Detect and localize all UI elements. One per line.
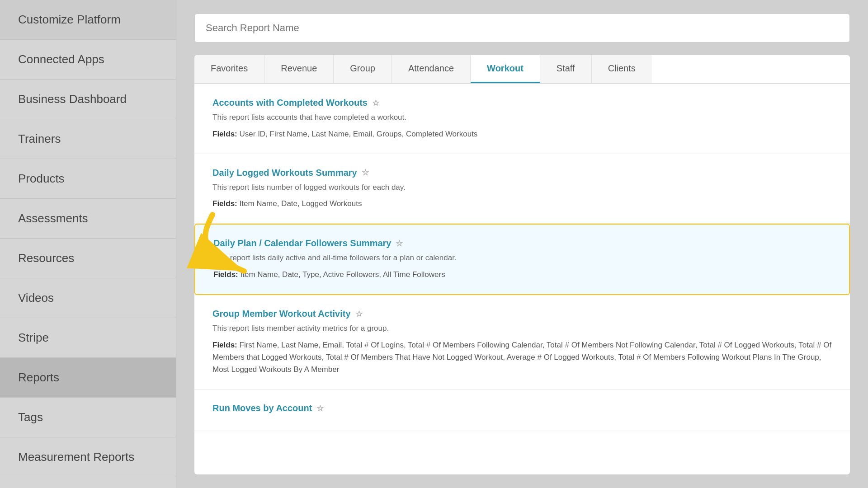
sidebar-item-videos[interactable]: Videos [0, 278, 176, 318]
sidebar-item-stripe[interactable]: Stripe [0, 318, 176, 358]
tab-clients[interactable]: Clients [592, 55, 652, 83]
report-desc-1: This report lists number of logged worko… [212, 182, 832, 193]
tabs-bar: FavoritesRevenueGroupAttendanceWorkoutSt… [194, 55, 850, 84]
report-item-4[interactable]: Run Moves by Account☆ [194, 389, 850, 431]
reports-list: Accounts with Completed Workouts☆This re… [194, 84, 850, 474]
report-title-1: Daily Logged Workouts Summary☆ [212, 168, 832, 178]
sidebar-item-assessments[interactable]: Assessments [0, 199, 176, 239]
sidebar-item-reports[interactable]: Reports [0, 358, 176, 398]
sidebar-item-measurement-reports[interactable]: Measurement Reports [0, 437, 176, 477]
report-title-text-1: Daily Logged Workouts Summary [212, 168, 357, 178]
star-icon-3[interactable]: ☆ [355, 309, 363, 319]
tab-favorites[interactable]: Favorites [194, 55, 264, 83]
report-title-text-4: Run Moves by Account [212, 403, 312, 413]
sidebar-item-products[interactable]: Products [0, 159, 176, 199]
report-title-4: Run Moves by Account☆ [212, 403, 832, 413]
report-desc-3: This report lists member activity metric… [212, 323, 832, 334]
tab-staff[interactable]: Staff [540, 55, 592, 83]
tab-revenue[interactable]: Revenue [264, 55, 334, 83]
sidebar-item-resources[interactable]: Resources [0, 239, 176, 278]
sidebar: Customize PlatformConnected AppsBusiness… [0, 0, 176, 488]
tab-group[interactable]: Group [334, 55, 392, 83]
search-input[interactable] [194, 14, 850, 42]
report-item-3[interactable]: Group Member Workout Activity☆This repor… [194, 295, 850, 389]
star-icon-1[interactable]: ☆ [362, 168, 369, 178]
star-icon-4[interactable]: ☆ [316, 404, 324, 413]
report-item-1[interactable]: Daily Logged Workouts Summary☆This repor… [194, 154, 850, 224]
sidebar-item-business-dashboard[interactable]: Business Dashboard [0, 80, 176, 119]
report-item-2[interactable]: Daily Plan / Calendar Followers Summary☆… [194, 224, 850, 295]
star-icon-2[interactable]: ☆ [396, 239, 403, 249]
report-fields-0: Fields: User ID, First Name, Last Name, … [212, 128, 832, 140]
sidebar-item-connected-apps[interactable]: Connected Apps [0, 40, 176, 80]
report-title-text-0: Accounts with Completed Workouts [212, 98, 368, 108]
report-item-0[interactable]: Accounts with Completed Workouts☆This re… [194, 84, 850, 154]
report-title-text-2: Daily Plan / Calendar Followers Summary [213, 238, 391, 249]
report-fields-3: Fields: First Name, Last Name, Email, To… [212, 339, 832, 376]
sidebar-item-links[interactable]: Links [0, 477, 176, 488]
sidebar-item-customize-platform[interactable]: Customize Platform [0, 0, 176, 40]
report-title-2: Daily Plan / Calendar Followers Summary☆ [213, 238, 831, 249]
report-title-3: Group Member Workout Activity☆ [212, 309, 832, 319]
report-desc-2: This report lists daily active and all-t… [213, 252, 831, 264]
sidebar-item-tags[interactable]: Tags [0, 398, 176, 437]
sidebar-item-trainers[interactable]: Trainers [0, 119, 176, 159]
report-fields-1: Fields: Item Name, Date, Logged Workouts [212, 197, 832, 210]
report-fields-2: Fields: Item Name, Date, Type, Active Fo… [213, 268, 831, 281]
report-desc-0: This report lists accounts that have com… [212, 112, 832, 123]
star-icon-0[interactable]: ☆ [372, 98, 379, 108]
tab-attendance[interactable]: Attendance [392, 55, 471, 83]
report-title-text-3: Group Member Workout Activity [212, 309, 351, 319]
report-title-0: Accounts with Completed Workouts☆ [212, 98, 832, 108]
tab-workout[interactable]: Workout [471, 55, 540, 83]
